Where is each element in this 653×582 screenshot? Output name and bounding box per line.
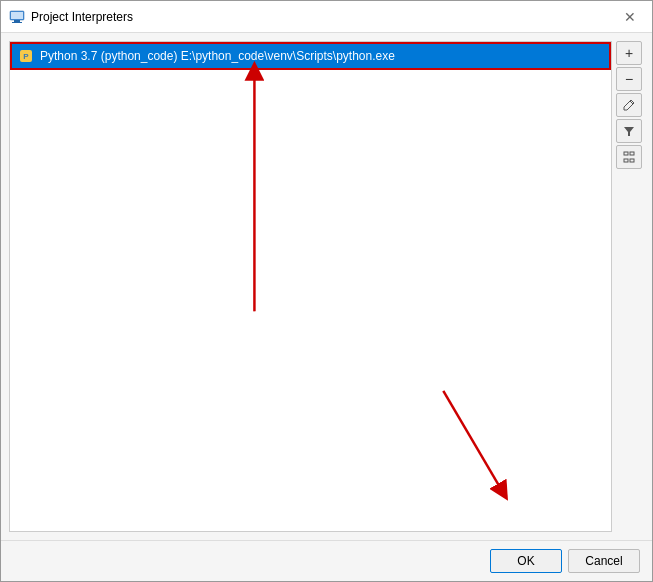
- footer: OK Cancel: [1, 540, 652, 581]
- interpreter-item-label: Python 3.7 (python_code) E:\python_code\…: [40, 49, 395, 63]
- edit-interpreter-button[interactable]: [616, 93, 642, 117]
- ok-button[interactable]: OK: [490, 549, 562, 573]
- svg-rect-9: [630, 152, 634, 155]
- svg-text:P: P: [23, 52, 29, 61]
- svg-rect-8: [624, 152, 628, 155]
- filter-icon: [623, 125, 635, 137]
- add-interpreter-button[interactable]: +: [616, 41, 642, 65]
- title-bar: Project Interpreters ✕: [1, 1, 652, 33]
- svg-rect-10: [624, 159, 628, 162]
- remove-interpreter-button[interactable]: −: [616, 67, 642, 91]
- window-icon: [9, 9, 25, 25]
- tree-view-button[interactable]: [616, 145, 642, 169]
- close-button[interactable]: ✕: [616, 3, 644, 31]
- python-icon: P: [18, 48, 34, 64]
- content-area: P Python 3.7 (python_code) E:\python_cod…: [1, 33, 652, 540]
- svg-rect-2: [12, 22, 22, 23]
- interpreter-list[interactable]: P Python 3.7 (python_code) E:\python_cod…: [9, 41, 612, 532]
- edit-icon: [623, 99, 635, 111]
- tree-icon: [623, 151, 635, 163]
- cancel-button[interactable]: Cancel: [568, 549, 640, 573]
- svg-rect-11: [630, 159, 634, 162]
- project-interpreters-window: Project Interpreters ✕ P Python 3.7 (pyt…: [0, 0, 653, 582]
- svg-rect-1: [14, 20, 20, 22]
- svg-marker-7: [624, 127, 634, 136]
- sidebar-buttons: + −: [616, 41, 644, 532]
- filter-button[interactable]: [616, 119, 642, 143]
- list-item[interactable]: P Python 3.7 (python_code) E:\python_cod…: [10, 42, 611, 70]
- window-title: Project Interpreters: [31, 10, 616, 24]
- svg-rect-3: [11, 12, 23, 19]
